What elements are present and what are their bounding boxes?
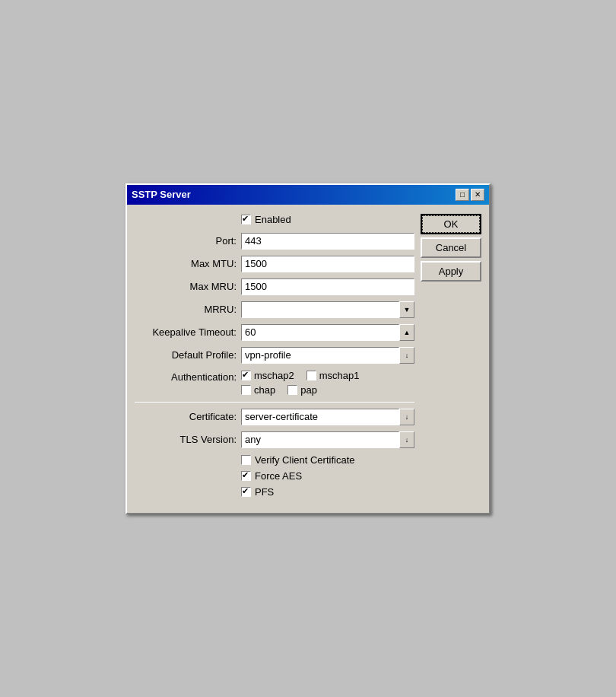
auth-checkboxes: mschap2 mschap1 chap [241, 370, 360, 396]
verify-client-cert-row: Verify Client Certificate [135, 454, 414, 466]
side-buttons-panel: OK Cancel Apply [421, 214, 481, 502]
mrru-input-group: ▼ [241, 301, 414, 318]
verify-client-cert-label: Verify Client Certificate [255, 454, 355, 466]
pap-item: pap [287, 384, 317, 396]
port-label: Port: [135, 235, 241, 247]
pap-checkbox[interactable] [287, 385, 297, 395]
keepalive-input[interactable] [241, 324, 399, 341]
title-bar: SSTP Server □ ✕ [127, 185, 489, 205]
max-mtu-label: Max MTU: [135, 258, 241, 269]
mrru-input[interactable] [241, 301, 399, 318]
mschap1-item: mschap1 [306, 370, 360, 381]
default-profile-label: Default Profile: [135, 349, 241, 361]
pfs-row: PFS [135, 486, 414, 498]
certificate-input[interactable] [241, 409, 399, 425]
section-divider [135, 402, 414, 403]
enabled-label: Enabled [255, 214, 291, 225]
keepalive-input-group: ▲ [241, 324, 414, 341]
minimize-button[interactable]: □ [456, 189, 469, 201]
keepalive-dropdown-button[interactable]: ▲ [399, 324, 414, 341]
chap-checkbox[interactable] [241, 385, 251, 395]
form-area: Enabled Port: Max MTU: Max MRU: MRRU: [135, 214, 414, 502]
close-button[interactable]: ✕ [471, 189, 484, 201]
max-mru-row: Max MRU: [135, 278, 414, 295]
pfs-item: PFS [241, 486, 274, 498]
keepalive-label: Keepalive Timeout: [135, 326, 241, 338]
force-aes-checkbox[interactable] [241, 471, 251, 481]
auth-row1: mschap2 mschap1 [241, 370, 360, 381]
certificate-dropdown-button[interactable]: ↓ [399, 409, 414, 425]
default-profile-dropdown-button[interactable]: ↓ [399, 347, 414, 364]
force-aes-item: Force AES [241, 470, 302, 482]
enabled-checkbox[interactable] [241, 215, 251, 224]
port-input[interactable] [241, 233, 414, 250]
verify-client-cert-item: Verify Client Certificate [241, 454, 355, 466]
cancel-button[interactable]: Cancel [421, 237, 481, 258]
mschap1-checkbox[interactable] [306, 371, 316, 380]
enabled-row: Enabled [135, 214, 414, 225]
max-mtu-input[interactable] [241, 256, 414, 272]
window-title: SSTP Server [132, 189, 191, 200]
sstp-server-dialog: SSTP Server □ ✕ Enabled Port: Max MTU: [125, 183, 491, 514]
pfs-label: PFS [255, 486, 274, 498]
default-profile-row: Default Profile: ↓ [135, 347, 414, 364]
tls-version-dropdown-button[interactable]: ↓ [399, 431, 414, 448]
mschap2-item: mschap2 [241, 370, 294, 381]
mrru-dropdown-button[interactable]: ▼ [399, 301, 414, 318]
tls-version-label: TLS Version: [135, 434, 241, 445]
max-mru-label: Max MRU: [135, 281, 241, 292]
certificate-label: Certificate: [135, 411, 241, 422]
pap-label: pap [300, 384, 317, 396]
title-bar-buttons: □ ✕ [456, 189, 484, 201]
apply-button[interactable]: Apply [421, 261, 481, 282]
tls-version-row: TLS Version: ↓ [135, 431, 414, 448]
force-aes-label: Force AES [255, 470, 302, 482]
chap-label: chap [254, 384, 275, 396]
default-profile-input[interactable] [241, 347, 399, 364]
enabled-checkbox-item: Enabled [241, 214, 291, 225]
keepalive-row: Keepalive Timeout: ▲ [135, 324, 414, 341]
max-mru-input[interactable] [241, 278, 414, 295]
mschap2-label: mschap2 [254, 370, 294, 381]
tls-version-input[interactable] [241, 431, 399, 448]
verify-client-cert-checkbox[interactable] [241, 455, 251, 465]
auth-row2: chap pap [241, 384, 360, 396]
mschap2-checkbox[interactable] [241, 371, 251, 380]
certificate-row: Certificate: ↓ [135, 409, 414, 425]
mschap1-label: mschap1 [319, 370, 360, 381]
mrru-row: MRRU: ▼ [135, 301, 414, 318]
force-aes-row: Force AES [135, 470, 414, 482]
pfs-checkbox[interactable] [241, 487, 251, 497]
default-profile-input-group: ↓ [241, 347, 414, 364]
ok-button[interactable]: OK [421, 214, 481, 234]
tls-version-input-group: ↓ [241, 431, 414, 448]
authentication-label: Authentication: [135, 370, 241, 383]
authentication-row: Authentication: mschap2 mschap1 [135, 370, 414, 396]
dialog-content: Enabled Port: Max MTU: Max MRU: MRRU: [127, 205, 489, 513]
max-mtu-row: Max MTU: [135, 256, 414, 272]
port-row: Port: [135, 233, 414, 250]
certificate-input-group: ↓ [241, 409, 414, 425]
mrru-label: MRRU: [135, 304, 241, 315]
chap-item: chap [241, 384, 275, 396]
